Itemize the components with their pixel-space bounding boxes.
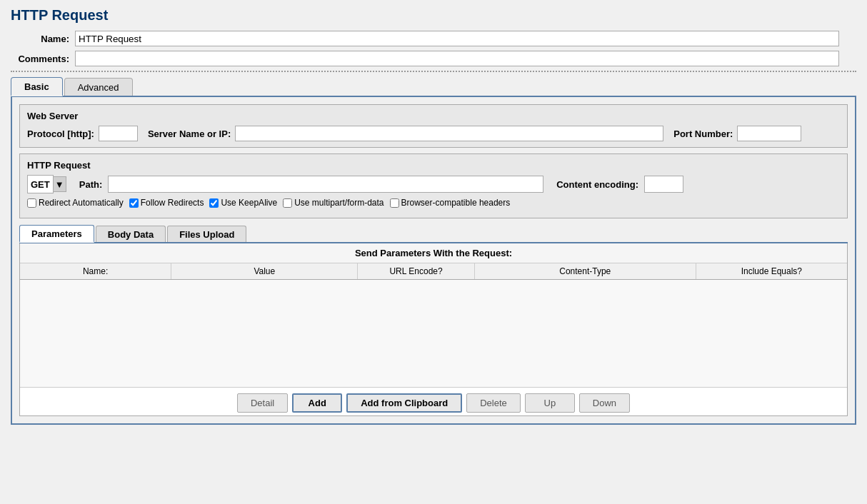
down-button[interactable]: Down — [579, 393, 630, 413]
tab-advanced[interactable]: Advanced — [64, 78, 133, 96]
params-body — [20, 280, 847, 387]
webserver-section: Web Server Protocol [http]: Server Name … — [19, 104, 848, 148]
port-input[interactable] — [737, 126, 801, 141]
method-select[interactable]: GET — [27, 175, 54, 193]
parameters-content: Send Parameters With the Request: Name: … — [19, 243, 848, 416]
tab-content-basic: Web Server Protocol [http]: Server Name … — [11, 97, 856, 425]
col-value-header: Value — [171, 263, 358, 279]
http-request-section: HTTP Request GET ▼ Path: Content encodin… — [19, 153, 848, 218]
method-select-wrap: GET ▼ — [27, 175, 66, 193]
col-contenttype-header: Content-Type — [475, 263, 696, 279]
path-label: Path: — [79, 179, 103, 190]
encoding-label: Content encoding: — [556, 179, 638, 190]
method-text: GET — [31, 179, 50, 190]
inner-tabs: Parameters Body Data Files Upload — [19, 224, 848, 243]
encoding-input[interactable] — [644, 176, 683, 193]
server-label: Server Name or IP: — [148, 128, 231, 139]
follow-redirects-label[interactable]: Follow Redirects — [129, 198, 204, 208]
multipart-checkbox[interactable] — [283, 198, 292, 208]
comments-row: Comments: — [11, 51, 856, 66]
webserver-row: Protocol [http]: Server Name or IP: Port… — [27, 126, 840, 141]
keepalive-label[interactable]: Use KeepAlive — [209, 198, 277, 208]
page-title: HTTP Request — [11, 7, 856, 24]
http-method-row: GET ▼ Path: Content encoding: — [27, 175, 840, 193]
path-input[interactable] — [108, 176, 543, 193]
params-col-headers: Name: Value URL Encode? Content-Type Inc… — [20, 263, 847, 280]
tab-files-upload[interactable]: Files Upload — [167, 226, 246, 242]
redirect-auto-label[interactable]: Redirect Automatically — [27, 198, 124, 208]
follow-redirects-checkbox[interactable] — [129, 198, 139, 208]
buttons-row: Detail Add Add from Clipboard Delete Up … — [20, 387, 847, 415]
col-name-header: Name: — [20, 263, 171, 279]
main-container: HTTP Request Name: Comments: Basic Advan… — [0, 0, 867, 504]
delete-button[interactable]: Delete — [466, 393, 521, 413]
name-input[interactable] — [75, 31, 839, 46]
col-urlencode-header: URL Encode? — [358, 263, 474, 279]
port-label: Port Number: — [673, 128, 733, 139]
http-request-title: HTTP Request — [27, 160, 840, 171]
keepalive-checkbox[interactable] — [209, 198, 219, 208]
webserver-title: Web Server — [27, 111, 840, 121]
name-label: Name: — [11, 34, 75, 44]
add-from-clipboard-button[interactable]: Add from Clipboard — [346, 393, 462, 413]
tab-body-data[interactable]: Body Data — [96, 226, 166, 242]
multipart-label[interactable]: Use multipart/form-data — [283, 198, 384, 208]
tab-parameters[interactable]: Parameters — [19, 225, 94, 243]
params-section-header: Send Parameters With the Request: — [20, 243, 847, 263]
col-includeequals-header: Include Equals? — [696, 263, 847, 279]
comments-label: Comments: — [11, 54, 75, 64]
checkboxes-row: Redirect Automatically Follow Redirects … — [27, 198, 840, 208]
detail-button[interactable]: Detail — [237, 393, 288, 413]
redirect-auto-checkbox[interactable] — [27, 198, 36, 208]
divider — [11, 71, 856, 72]
protocol-label: Protocol [http]: — [27, 128, 94, 139]
add-button[interactable]: Add — [292, 393, 342, 413]
main-tabs: Basic Advanced — [11, 76, 856, 97]
name-row: Name: — [11, 31, 856, 46]
method-dropdown-arrow[interactable]: ▼ — [54, 176, 66, 192]
browser-compat-label[interactable]: Browser-compatible headers — [390, 198, 511, 208]
protocol-input[interactable] — [99, 126, 138, 141]
tab-basic[interactable]: Basic — [11, 77, 63, 96]
comments-input[interactable] — [75, 51, 839, 66]
browser-compat-checkbox[interactable] — [390, 198, 399, 208]
up-button[interactable]: Up — [525, 393, 575, 413]
server-input[interactable] — [235, 126, 663, 141]
